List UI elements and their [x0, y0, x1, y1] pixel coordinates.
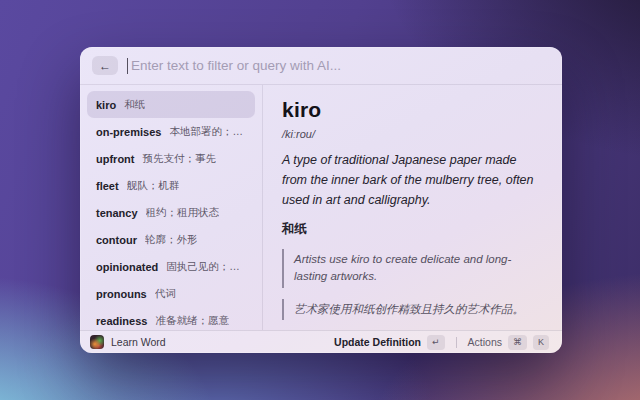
text-caret: [127, 58, 128, 74]
search-input[interactable]: [131, 58, 550, 73]
translation-label: 预先支付；事先: [142, 152, 216, 166]
definition-text: A type of traditional Japanese paper mad…: [282, 150, 543, 210]
search-bar: ←: [80, 47, 562, 85]
back-button[interactable]: ←: [92, 56, 118, 75]
list-item-contour[interactable]: contour 轮廓；外形: [87, 226, 255, 253]
list-item-tenancy[interactable]: tenancy 租约；租用状态: [87, 199, 255, 226]
example-sentence-en: Artists use kiro to create delicate and …: [282, 249, 543, 288]
translation-label: 本地部署的；在场所内的: [169, 125, 246, 139]
list-item-upfront[interactable]: upfront 预先支付；事先: [87, 145, 255, 172]
definition-panel: kiro /kiːrou/ A type of traditional Japa…: [263, 85, 562, 330]
app-chip: Learn Word: [90, 335, 166, 349]
word-label: on-premises: [96, 126, 161, 138]
learn-word-window: ← kiro 和纸 on-premises 本地部署的；在场所内的 upfron…: [80, 47, 562, 353]
translation-label: 租约；租用状态: [146, 206, 220, 220]
list-item-fleet[interactable]: fleet 舰队；机群: [87, 172, 255, 199]
word-label: kiro: [96, 99, 116, 111]
action-bar: Learn Word Update Definition ↵ Actions ⌘…: [80, 330, 562, 353]
list-item-pronouns[interactable]: pronouns 代词: [87, 280, 255, 307]
word-label: pronouns: [96, 288, 147, 300]
learn-word-app-icon: [90, 335, 104, 349]
app-name: Learn Word: [111, 336, 166, 348]
word-label: fleet: [96, 180, 119, 192]
translation-label: 代词: [155, 287, 176, 301]
update-definition-button[interactable]: Update Definition ↵: [331, 333, 447, 352]
translation-label: 准备就绪；愿意: [155, 314, 229, 328]
window-body: kiro 和纸 on-premises 本地部署的；在场所内的 upfront …: [80, 85, 562, 330]
list-item-readiness[interactable]: readiness 准备就绪；愿意: [87, 307, 255, 330]
word-label: opinionated: [96, 261, 158, 273]
update-definition-label: Update Definition: [334, 336, 421, 348]
list-item-kiro[interactable]: kiro 和纸: [87, 91, 255, 118]
translation-label: 固执己见的；有主见的: [166, 260, 246, 274]
k-key-badge: K: [533, 335, 549, 350]
word-list: kiro 和纸 on-premises 本地部署的；在场所内的 upfront …: [80, 85, 263, 330]
translation-label: 和纸: [124, 98, 145, 112]
translation-label: 舰队；机群: [127, 179, 180, 193]
footer-divider: [456, 337, 457, 348]
list-item-opinionated[interactable]: opinionated 固执己见的；有主见的: [87, 253, 255, 280]
translation-label: 轮廓；外形: [145, 233, 198, 247]
word-label: readiness: [96, 315, 147, 327]
cmd-key-badge: ⌘: [508, 335, 527, 350]
word-label: contour: [96, 234, 137, 246]
return-key-badge: ↵: [427, 335, 445, 350]
word-label: tenancy: [96, 207, 138, 219]
pronunciation: /kiːrou/: [282, 128, 543, 140]
example-sentence-zh: 艺术家使用和纸创作精致且持久的艺术作品。: [282, 299, 543, 320]
word-label: upfront: [96, 153, 134, 165]
translation-heading: 和纸: [282, 221, 543, 238]
list-item-on-premises[interactable]: on-premises 本地部署的；在场所内的: [87, 118, 255, 145]
actions-label: Actions: [468, 336, 502, 348]
word-title: kiro: [282, 98, 543, 122]
actions-button[interactable]: Actions ⌘ K: [465, 333, 552, 352]
